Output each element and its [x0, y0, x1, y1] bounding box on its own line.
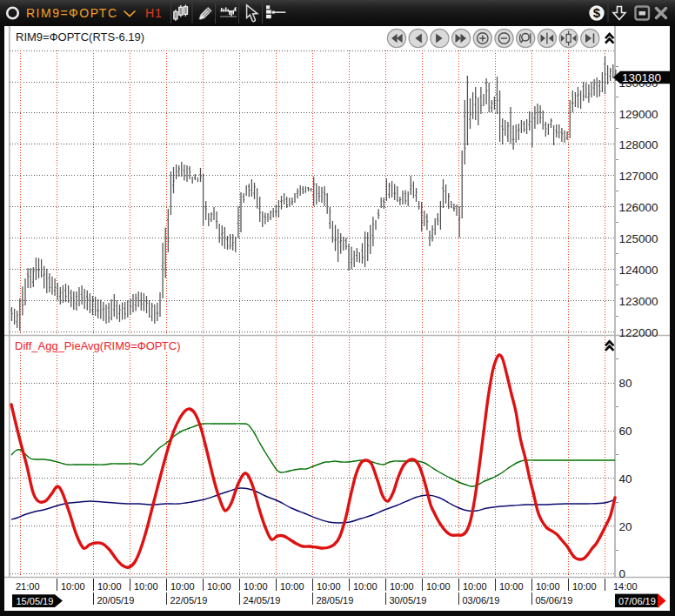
svg-text:22/05/19: 22/05/19 — [170, 595, 208, 606]
svg-text:10:00: 10:00 — [134, 581, 158, 592]
svg-text:122000: 122000 — [619, 326, 658, 339]
svg-text:10:00: 10:00 — [426, 581, 451, 592]
svg-text:RIM9=ФОРТС(RTS-6.19): RIM9=ФОРТС(RTS-6.19) — [16, 30, 144, 44]
svg-text:10:00: 10:00 — [572, 581, 597, 592]
svg-text:10:00: 10:00 — [390, 581, 414, 592]
svg-text:05/06/19: 05/06/19 — [536, 595, 573, 606]
svg-text:$: $ — [593, 5, 601, 20]
svg-text:15/05/19: 15/05/19 — [17, 596, 54, 606]
svg-text:10:00: 10:00 — [170, 581, 195, 592]
svg-text:28/05/19: 28/05/19 — [317, 595, 354, 606]
svg-text:124000: 124000 — [619, 264, 658, 277]
svg-text:30/05/19: 30/05/19 — [390, 595, 427, 606]
svg-text:40: 40 — [619, 472, 632, 485]
svg-text:127000: 127000 — [619, 170, 658, 183]
svg-text:80: 80 — [619, 377, 632, 390]
svg-text:03/06/19: 03/06/19 — [463, 595, 500, 606]
svg-text:24/05/19: 24/05/19 — [244, 595, 281, 606]
svg-text:129000: 129000 — [619, 108, 658, 121]
svg-text:21:00: 21:00 — [16, 581, 40, 592]
svg-text:07/06/19: 07/06/19 — [618, 596, 656, 606]
svg-text:10:00: 10:00 — [536, 581, 560, 592]
svg-text:130180: 130180 — [622, 71, 661, 84]
svg-text:126000: 126000 — [619, 201, 658, 214]
svg-text:14:00: 14:00 — [613, 581, 638, 592]
svg-text:10:00: 10:00 — [317, 581, 341, 592]
svg-text:0: 0 — [619, 567, 626, 580]
svg-text:10:00: 10:00 — [499, 581, 524, 592]
svg-text:10:00: 10:00 — [61, 581, 85, 592]
svg-text:10:00: 10:00 — [97, 581, 122, 592]
svg-text:RIM9=ФОРТС: RIM9=ФОРТС — [26, 6, 118, 20]
svg-text:125000: 125000 — [619, 232, 658, 245]
svg-text:10:00: 10:00 — [353, 581, 378, 592]
svg-text:123000: 123000 — [619, 295, 658, 308]
svg-text:H1: H1 — [145, 6, 163, 20]
svg-text:20: 20 — [619, 520, 632, 533]
svg-text:10:00: 10:00 — [280, 581, 304, 592]
svg-text:60: 60 — [619, 425, 632, 438]
svg-text:10:00: 10:00 — [463, 581, 487, 592]
svg-text:10:00: 10:00 — [244, 581, 268, 592]
svg-text:20/05/19: 20/05/19 — [97, 595, 135, 606]
svg-text:10:00: 10:00 — [207, 581, 231, 592]
svg-text:Diff_Agg_PieAvg(RIM9=ФОРТС): Diff_Agg_PieAvg(RIM9=ФОРТС) — [15, 339, 181, 352]
svg-text:128000: 128000 — [619, 138, 658, 151]
